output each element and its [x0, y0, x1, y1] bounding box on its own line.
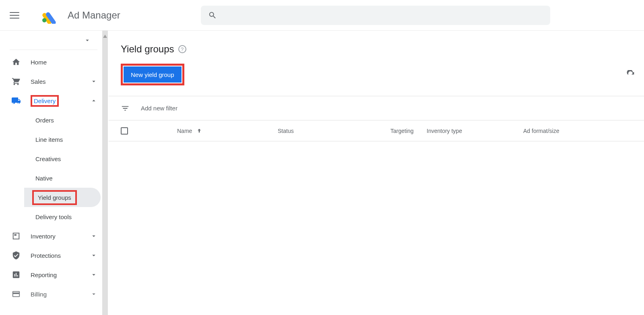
sidebar-item-reporting[interactable]: Reporting: [0, 265, 102, 284]
svg-point-2: [42, 18, 47, 23]
sidebar-scrollbar[interactable]: [102, 31, 108, 315]
table-header: Name Status Targeting Inventory type Ad …: [109, 120, 644, 141]
column-ad-format[interactable]: Ad format/size: [523, 128, 632, 134]
sidebar-item-sales[interactable]: Sales: [0, 72, 102, 91]
chevron-down-icon: [90, 232, 97, 240]
sidebar-subitem-label: Orders: [35, 117, 54, 124]
chart-icon: [11, 270, 21, 280]
menu-icon[interactable]: [10, 10, 19, 20]
home-icon: [11, 57, 21, 67]
sidebar-subitem-label: Creatives: [35, 155, 61, 162]
sidebar-subitem-creatives[interactable]: Creatives: [24, 149, 101, 168]
chevron-down-icon: [84, 37, 91, 44]
sidebar-item-label: Delivery: [31, 95, 80, 107]
sidebar-item-home[interactable]: Home: [0, 52, 102, 72]
column-status[interactable]: Status: [278, 128, 390, 134]
refresh-icon[interactable]: [626, 70, 635, 79]
filter-icon: [121, 104, 130, 113]
app-title: Ad Manager: [68, 10, 120, 21]
sidebar-subitem-delivery-tools[interactable]: Delivery tools: [24, 207, 101, 226]
sidebar-subitem-label: Delivery tools: [35, 213, 72, 220]
sidebar: Home Sales Delivery: [0, 31, 102, 315]
chevron-down-icon: [90, 252, 97, 259]
sidebar-item-label: Billing: [31, 291, 80, 298]
page-title: Yield groups: [121, 44, 174, 55]
chevron-down-icon: [90, 271, 97, 278]
sidebar-item-billing[interactable]: Billing: [0, 284, 102, 304]
new-yield-group-highlight: New yield group: [121, 64, 184, 85]
search-input[interactable]: [201, 6, 550, 25]
sidebar-subitem-yield-groups[interactable]: Yield groups: [24, 188, 101, 207]
sidebar-item-label: Home: [31, 59, 97, 66]
chevron-down-icon: [90, 78, 97, 85]
new-yield-group-button[interactable]: New yield group: [124, 66, 182, 83]
billing-icon: [11, 289, 21, 299]
sidebar-item-label: Sales: [31, 78, 80, 85]
sidebar-item-label: Protections: [31, 252, 80, 259]
sidebar-item-inventory[interactable]: Inventory: [0, 226, 102, 246]
sidebar-item-label: Reporting: [31, 271, 80, 278]
column-label: Inventory type: [427, 128, 462, 134]
sidebar-item-delivery[interactable]: Delivery: [0, 91, 102, 110]
sidebar-item-label: Inventory: [31, 233, 80, 240]
select-all-checkbox[interactable]: [121, 127, 128, 135]
truck-icon: [11, 96, 21, 106]
app-logo-icon: [39, 7, 56, 24]
app-header: Ad Manager: [0, 0, 644, 31]
sidebar-collapse-toggle[interactable]: [10, 31, 97, 50]
main-content: Yield groups ? New yield group Add new f…: [109, 31, 644, 315]
chevron-down-icon: [90, 290, 97, 298]
filter-bar[interactable]: Add new filter: [109, 96, 644, 120]
sidebar-item-protections[interactable]: Protections: [0, 246, 102, 265]
filter-placeholder: Add new filter: [141, 105, 178, 112]
sidebar-subnav-delivery: Orders Line items Creatives Native Yield…: [0, 110, 102, 226]
sidebar-subitem-orders[interactable]: Orders: [24, 110, 101, 130]
sidebar-subitem-label: Yield groups: [32, 190, 77, 205]
search-icon: [208, 11, 217, 20]
column-label: Status: [278, 128, 294, 134]
sort-ascending-icon: [196, 128, 202, 134]
chevron-up-icon: [90, 97, 97, 104]
column-name[interactable]: Name: [177, 128, 278, 134]
column-label: Ad format/size: [523, 128, 559, 134]
sidebar-subitem-native[interactable]: Native: [24, 168, 101, 188]
column-label: Name: [177, 128, 192, 134]
inventory-icon: [11, 231, 21, 241]
column-label: Targeting: [390, 128, 414, 134]
column-targeting[interactable]: Targeting: [390, 128, 427, 134]
sidebar-subitem-line-items[interactable]: Line items: [24, 130, 101, 149]
help-icon[interactable]: ?: [178, 45, 186, 53]
cart-icon: [11, 77, 21, 86]
sidebar-subitem-label: Native: [35, 175, 53, 182]
sidebar-subitem-label: Line items: [35, 136, 63, 143]
column-inventory-type[interactable]: Inventory type: [427, 128, 523, 134]
shield-icon: [11, 251, 21, 260]
